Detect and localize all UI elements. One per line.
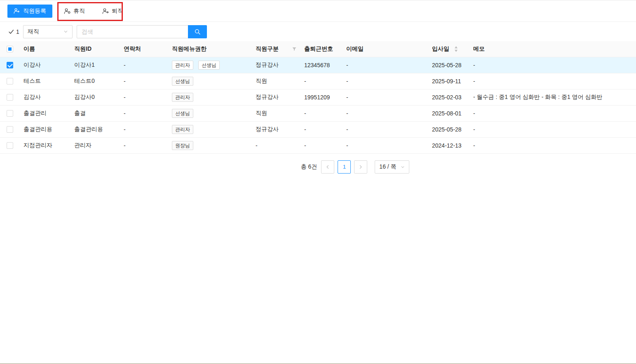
page-size-value: 16 / 쪽 bbox=[379, 163, 396, 171]
cell-id: 김강사0 bbox=[70, 89, 120, 105]
person-leave-icon bbox=[102, 8, 109, 14]
column-header-attendance-no: 출퇴근번호 bbox=[300, 41, 342, 57]
cell-permissions: 관리자 선생님 bbox=[168, 57, 251, 73]
cell-category: 직원 bbox=[251, 105, 300, 121]
permission-badge: 원장님 bbox=[172, 141, 193, 150]
cell-memo: - 월수금 : 중1 영어 심화반 - 화목 : 중1 영어 심화반 bbox=[469, 89, 636, 105]
leave-of-absence-label: 휴직 bbox=[73, 7, 85, 15]
resign-label: 퇴직 bbox=[112, 7, 123, 15]
cell-email: - bbox=[342, 57, 428, 73]
column-header-memo: 메모 bbox=[469, 41, 636, 57]
cell-category: 정규강사 bbox=[251, 89, 300, 105]
cell-join-date: 2025-05-28 bbox=[428, 57, 469, 73]
table-row[interactable]: 김강사 김강사0 - 관리자 정규강사 19951209 - 2025-02-0… bbox=[0, 89, 636, 105]
permission-badge: 관리자 bbox=[172, 125, 193, 134]
page-size-select[interactable]: 16 / 쪽 bbox=[375, 160, 409, 174]
column-header-join-date-label: 입사일 bbox=[432, 45, 449, 52]
page-number-button[interactable]: 1 bbox=[338, 160, 351, 174]
total-count-label: 총 6건 bbox=[301, 163, 317, 171]
cell-join-date: 2025-08-01 bbox=[428, 105, 469, 121]
column-header-join-date: 입사일 bbox=[428, 41, 469, 57]
cell-memo: - bbox=[469, 121, 636, 137]
chevron-down-icon bbox=[63, 29, 68, 34]
row-checkbox[interactable] bbox=[7, 78, 13, 85]
permission-badge: 선생님 bbox=[172, 77, 193, 86]
permission-badge: 관리자 bbox=[172, 93, 193, 102]
leave-of-absence-button[interactable]: 휴직 bbox=[61, 5, 87, 18]
cell-name: 이강사 bbox=[19, 57, 70, 73]
chevron-left-icon bbox=[325, 164, 330, 169]
cell-permissions: 관리자 bbox=[168, 89, 251, 105]
cell-category: 정규강사 bbox=[251, 57, 300, 73]
table-row[interactable]: 출결관리용 출결관리용 - 관리자 정규강사 - - 2025-05-28 - bbox=[0, 121, 636, 137]
column-header-email: 이메일 bbox=[342, 41, 428, 57]
cell-email: - bbox=[342, 121, 428, 137]
permission-badge: 선생님 bbox=[198, 61, 220, 70]
cell-permissions: 관리자 bbox=[168, 121, 251, 137]
resign-button[interactable]: 퇴직 bbox=[100, 5, 126, 18]
search-input[interactable] bbox=[77, 25, 188, 38]
cell-name: 출결관리 bbox=[19, 105, 70, 121]
row-checkbox[interactable] bbox=[7, 110, 13, 117]
register-employee-label: 직원등록 bbox=[23, 7, 46, 15]
cell-id: 이강사1 bbox=[70, 57, 120, 73]
table-row[interactable]: 출결관리 출결 - 선생님 직원 - - 2025-08-01 - bbox=[0, 105, 636, 121]
cell-category: - bbox=[251, 137, 300, 153]
cell-join-date: 2025-02-03 bbox=[428, 89, 469, 105]
prev-page-button[interactable] bbox=[321, 160, 334, 174]
cell-permissions: 선생님 bbox=[168, 73, 251, 89]
filter-funnel-icon[interactable] bbox=[292, 47, 297, 52]
column-header-permissions: 직원메뉴권한 bbox=[168, 41, 251, 57]
cell-attendance-no: 19951209 bbox=[300, 89, 342, 105]
selected-count-indicator: 1 bbox=[8, 28, 19, 35]
table-header-row: 이름 직원ID 연락처 직원메뉴권한 직원구분 출퇴근번호 이메일 입사일 bbox=[0, 41, 636, 57]
register-employee-button[interactable]: 직원등록 bbox=[7, 5, 52, 18]
row-checkbox[interactable] bbox=[7, 94, 13, 101]
cell-email: - bbox=[342, 73, 428, 89]
check-icon bbox=[8, 29, 14, 35]
cell-contact: - bbox=[120, 105, 168, 121]
column-header-category: 직원구분 bbox=[251, 41, 300, 57]
cell-memo: - bbox=[469, 73, 636, 89]
toolbar: 직원등록 휴직 퇴직 bbox=[0, 0, 636, 22]
cell-category: 정규강사 bbox=[251, 121, 300, 137]
column-header-name: 이름 bbox=[19, 41, 70, 57]
cell-contact: - bbox=[120, 73, 168, 89]
search-group bbox=[77, 25, 207, 38]
cell-permissions: 선생님 bbox=[168, 105, 251, 121]
employee-table: 이름 직원ID 연락처 직원메뉴권한 직원구분 출퇴근번호 이메일 입사일 bbox=[0, 41, 636, 154]
row-checkbox[interactable] bbox=[7, 62, 13, 68]
sort-carets-icon[interactable] bbox=[454, 46, 458, 52]
column-header-category-label: 직원구분 bbox=[256, 45, 279, 52]
cell-attendance-no: - bbox=[300, 73, 342, 89]
cell-memo: - bbox=[469, 105, 636, 121]
next-page-button[interactable] bbox=[354, 160, 367, 174]
cell-name: 테스트 bbox=[19, 73, 70, 89]
search-button[interactable] bbox=[188, 25, 207, 38]
cell-contact: - bbox=[120, 57, 168, 73]
cell-memo: - bbox=[469, 57, 636, 73]
cell-email: - bbox=[342, 137, 428, 153]
cell-email: - bbox=[342, 105, 428, 121]
status-filter-select[interactable]: 재직 bbox=[23, 25, 73, 38]
cell-name: 김강사 bbox=[19, 89, 70, 105]
row-checkbox[interactable] bbox=[7, 142, 13, 149]
search-icon bbox=[194, 28, 201, 35]
cell-attendance-no: - bbox=[300, 105, 342, 121]
table-row[interactable]: 지점관리자 관리자 - 원장님 - - - 2024-12-13 - bbox=[0, 137, 636, 153]
row-checkbox[interactable] bbox=[7, 126, 13, 133]
column-header-id: 직원ID bbox=[70, 41, 120, 57]
table-row[interactable]: 테스트 테스트0 - 선생님 직원 - - 2025-09-11 - bbox=[0, 73, 636, 89]
cell-join-date: 2025-09-11 bbox=[428, 73, 469, 89]
cell-id: 출결 bbox=[70, 105, 120, 121]
cell-category: 직원 bbox=[251, 73, 300, 89]
pagination: 총 6건 1 16 / 쪽 bbox=[0, 160, 636, 174]
select-all-checkbox[interactable] bbox=[7, 46, 13, 52]
cell-contact: - bbox=[120, 89, 168, 105]
cell-name: 출결관리용 bbox=[19, 121, 70, 137]
cell-join-date: 2024-12-13 bbox=[428, 137, 469, 153]
status-filter-value: 재직 bbox=[28, 28, 39, 35]
cell-attendance-no: - bbox=[300, 137, 342, 153]
table-row[interactable]: 이강사 이강사1 - 관리자 선생님 정규강사 12345678 - 2025-… bbox=[0, 57, 636, 73]
chevron-down-icon bbox=[401, 165, 405, 169]
